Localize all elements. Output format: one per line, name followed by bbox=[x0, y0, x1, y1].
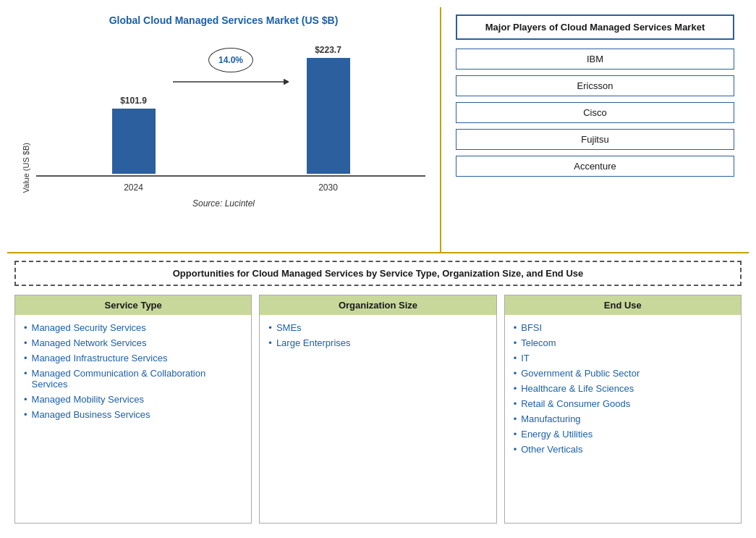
end-use-header: End Use bbox=[505, 295, 741, 315]
item-label: Energy & Utilities bbox=[521, 429, 593, 440]
bullet: • bbox=[268, 337, 272, 348]
bullet: • bbox=[514, 337, 517, 348]
item-label: Telecom bbox=[521, 337, 556, 348]
column-org-size: Organization Size • SMEs • Large Enterpr… bbox=[259, 295, 496, 524]
column-end-use: End Use • BFSI • Telecom • IT bbox=[504, 295, 742, 524]
end-use-body: • BFSI • Telecom • IT • Government & Pub… bbox=[505, 315, 741, 523]
item-label: IT bbox=[521, 353, 530, 363]
item-label: Managed Communication & Collaboration Se… bbox=[32, 368, 243, 390]
item-label: Government & Public Sector bbox=[521, 368, 640, 379]
bar-2030 bbox=[307, 58, 350, 174]
bar-group-2030: $223.7 bbox=[307, 45, 350, 174]
item-label: Manufacturing bbox=[521, 413, 580, 424]
item-healthcare: • Healthcare & Life Sciences bbox=[514, 383, 732, 394]
item-label: Large Enterprises bbox=[276, 337, 351, 348]
player-ibm: IBM bbox=[456, 49, 734, 70]
item-it: • IT bbox=[514, 353, 732, 363]
cagr-bubble: 14.0% bbox=[208, 48, 253, 72]
bullet: • bbox=[514, 353, 517, 363]
chart-area: Global Cloud Managed Services Market (US… bbox=[7, 7, 441, 252]
bullet: • bbox=[24, 322, 27, 333]
bullet: • bbox=[514, 398, 517, 409]
bullet: • bbox=[514, 444, 517, 455]
item-managed-communication: • Managed Communication & Collaboration … bbox=[24, 368, 242, 390]
top-section: Global Cloud Managed Services Market (US… bbox=[7, 7, 749, 253]
players-area: Major Players of Cloud Managed Services … bbox=[441, 7, 749, 252]
bullet: • bbox=[24, 337, 27, 348]
player-cisco: Cisco bbox=[456, 102, 734, 123]
y-axis-label: Value (US $B) bbox=[22, 143, 30, 193]
bullet: • bbox=[514, 429, 517, 440]
item-smes: • SMEs bbox=[268, 322, 487, 333]
item-bfsi: • BFSI bbox=[514, 322, 732, 333]
item-managed-security: • Managed Security Services bbox=[24, 322, 242, 333]
item-label: Retail & Consumer Goods bbox=[521, 398, 630, 409]
item-large-enterprises: • Large Enterprises bbox=[268, 337, 487, 348]
org-size-body: • SMEs • Large Enterprises bbox=[260, 315, 496, 523]
item-label: Managed Mobility Services bbox=[32, 394, 144, 405]
item-label: Managed Network Services bbox=[32, 337, 147, 348]
columns-container: Service Type • Managed Security Services… bbox=[14, 295, 742, 524]
bullet: • bbox=[24, 368, 27, 390]
bullet: • bbox=[24, 353, 27, 363]
player-fujitsu: Fujitsu bbox=[456, 129, 734, 150]
cagr-group: 14.0% bbox=[173, 48, 289, 93]
item-label: Healthcare & Life Sciences bbox=[521, 383, 634, 394]
column-service-type: Service Type • Managed Security Services… bbox=[14, 295, 252, 524]
bullet: • bbox=[514, 368, 517, 379]
service-type-header: Service Type bbox=[15, 295, 251, 315]
x-labels: 2024 2030 bbox=[36, 177, 425, 193]
source-text: Source: Lucintel bbox=[192, 198, 255, 209]
bar-group-2024: $101.9 bbox=[112, 96, 156, 174]
chart-title: Global Cloud Managed Services Market (US… bbox=[109, 14, 339, 26]
item-label: Other Verticals bbox=[521, 444, 582, 455]
item-label: BFSI bbox=[521, 322, 542, 333]
bar-value-2030: $223.7 bbox=[315, 45, 341, 55]
main-container: Global Cloud Managed Services Market (US… bbox=[0, 0, 756, 538]
bullet: • bbox=[514, 383, 517, 394]
item-label: Managed Security Services bbox=[32, 322, 146, 333]
x-label-2024: 2024 bbox=[124, 182, 143, 193]
player-ericsson: Ericsson bbox=[456, 75, 734, 96]
item-energy: • Energy & Utilities bbox=[514, 429, 732, 440]
item-other-verticals: • Other Verticals bbox=[514, 444, 732, 455]
bullet: • bbox=[514, 322, 517, 333]
bar-2024 bbox=[112, 109, 156, 174]
item-label: Managed Business Services bbox=[32, 409, 150, 420]
service-type-body: • Managed Security Services • Managed Ne… bbox=[15, 315, 251, 523]
org-size-header: Organization Size bbox=[260, 295, 496, 315]
player-accenture: Accenture bbox=[456, 156, 734, 177]
item-managed-business: • Managed Business Services bbox=[24, 409, 242, 420]
bottom-section: Opportunities for Cloud Managed Services… bbox=[7, 253, 749, 531]
item-managed-mobility: • Managed Mobility Services bbox=[24, 394, 242, 405]
bars-container: $101.9 14.0% bbox=[36, 33, 425, 174]
chart-inner: $101.9 14.0% bbox=[36, 33, 425, 193]
x-label-2030: 2030 bbox=[318, 182, 338, 193]
item-retail: • Retail & Consumer Goods bbox=[514, 398, 732, 409]
item-managed-network: • Managed Network Services bbox=[24, 337, 242, 348]
opportunities-title: Opportunities for Cloud Managed Services… bbox=[14, 261, 742, 286]
cagr-arrow bbox=[173, 71, 289, 93]
players-title: Major Players of Cloud Managed Services … bbox=[456, 14, 734, 40]
item-label: Managed Infrastructure Services bbox=[32, 353, 168, 363]
item-telecom: • Telecom bbox=[514, 337, 732, 348]
chart-wrapper: Value (US $B) $101.9 14.0% bbox=[22, 33, 425, 193]
item-government: • Government & Public Sector bbox=[514, 368, 732, 379]
bullet: • bbox=[268, 322, 272, 333]
bullet: • bbox=[514, 413, 517, 424]
bullet: • bbox=[24, 409, 27, 420]
item-managed-infrastructure: • Managed Infrastructure Services bbox=[24, 353, 242, 363]
item-manufacturing: • Manufacturing bbox=[514, 413, 732, 424]
bar-value-2024: $101.9 bbox=[120, 96, 147, 106]
bullet: • bbox=[24, 394, 27, 405]
item-label: SMEs bbox=[276, 322, 302, 333]
